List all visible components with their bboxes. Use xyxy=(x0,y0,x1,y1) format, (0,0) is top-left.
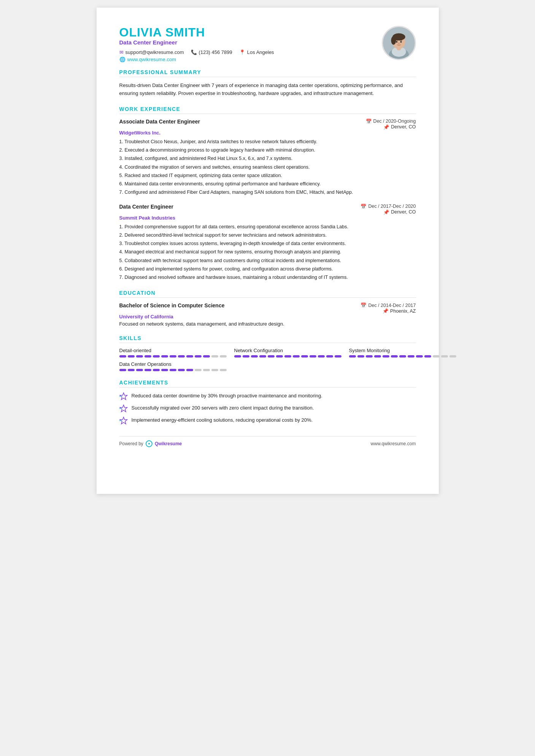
skill-dot xyxy=(170,355,176,357)
skill-dot xyxy=(433,355,440,357)
skill-dot xyxy=(136,369,143,371)
job-location-2: 📌 Denver, CO xyxy=(360,209,416,215)
job-date-1: 📅 Dec / 2020-Ongoing xyxy=(366,119,416,124)
cal-icon-2: 📅 xyxy=(360,204,367,209)
skill-dot xyxy=(178,369,185,371)
achievement-icon-3 xyxy=(119,416,128,425)
skill-dot xyxy=(251,355,258,357)
job-block-1: Associate Data Center Engineer 📅 Dec / 2… xyxy=(119,119,416,197)
skill-dot xyxy=(161,369,168,371)
job-title-2: Data Center Engineer xyxy=(119,204,173,210)
website-row: 🌐 www.qwikresume.com xyxy=(119,57,274,62)
skills-title: SKILLS xyxy=(119,335,416,343)
skill-dot xyxy=(136,355,143,357)
skill-dot xyxy=(119,355,126,357)
skill-item-1: Detail-oriented xyxy=(119,348,227,357)
header: OLIVIA SMITH Data Center Engineer ✉ supp… xyxy=(119,26,416,62)
bullet-1-7: 7. Configured and administered Fiber Car… xyxy=(119,188,416,196)
skill-dot xyxy=(220,369,227,371)
job-meta-right-2: 📅 Dec / 2017-Dec / 2020 📌 Denver, CO xyxy=(360,204,416,215)
skill-dot xyxy=(211,355,218,357)
education-title: EDUCATION xyxy=(119,290,416,298)
loc-icon-2: 📌 xyxy=(383,209,389,215)
loc-icon-edu: 📌 xyxy=(383,308,389,314)
phone-item: 📞 (123) 456 7899 xyxy=(191,49,232,55)
skill-dot xyxy=(144,355,151,357)
achievement-text-2: Successfully migrated over 200 servers w… xyxy=(132,404,314,412)
skill-dot xyxy=(259,355,266,357)
achievement-item-3: Implemented energy-efficient cooling sol… xyxy=(119,416,416,425)
summary-title: PROFESSIONAL SUMMARY xyxy=(119,69,416,77)
footer-left: Powered by Qwikresume xyxy=(119,440,182,447)
edu-block: Bachelor of Science in Computer Science … xyxy=(119,302,416,327)
skill-dot xyxy=(449,355,456,357)
bullet-2-4: 4. Managed electrical and mechanical sup… xyxy=(119,248,416,256)
skill-dot xyxy=(243,355,249,357)
summary-text: Results-driven Data Center Engineer with… xyxy=(119,82,416,98)
education-section: EDUCATION Bachelor of Science in Compute… xyxy=(119,290,416,327)
skill-dot xyxy=(119,369,126,371)
skill-dot xyxy=(195,369,202,371)
skill-dot xyxy=(326,355,333,357)
footer-right: www.qwikresume.com xyxy=(371,441,416,446)
bullet-2-7: 7. Diagnosed and resolved software and h… xyxy=(119,274,416,282)
skill-dot xyxy=(301,355,308,357)
skill-item-2: Network Configuration xyxy=(234,348,341,357)
skill-name-1: Detail-oriented xyxy=(119,348,227,353)
header-left: OLIVIA SMITH Data Center Engineer ✉ supp… xyxy=(119,26,274,62)
candidate-title: Data Center Engineer xyxy=(119,39,274,46)
edu-institution: University of California xyxy=(119,314,416,319)
skill-dot xyxy=(441,355,448,357)
work-experience-section: WORK EXPERIENCE Associate Data Center En… xyxy=(119,106,416,282)
skill-dot xyxy=(153,355,160,357)
achievement-icon-2 xyxy=(119,404,128,413)
candidate-name: OLIVIA SMITH xyxy=(119,26,274,39)
skill-dot xyxy=(128,355,135,357)
powered-by-label: Powered by xyxy=(119,441,143,446)
skill-name-2: Network Configuration xyxy=(234,348,341,353)
skill-dot xyxy=(203,355,210,357)
edu-meta-right: 📅 Dec / 2014-Dec / 2017 📌 Phoenix, AZ xyxy=(360,302,416,314)
bullet-1-6: 6. Maintained data center environments, … xyxy=(119,180,416,188)
website-value: www.qwikresume.com xyxy=(127,57,176,62)
svg-point-7 xyxy=(394,33,404,39)
bullet-2-3: 3. Troubleshot complex issues across sys… xyxy=(119,240,416,248)
skill-dot xyxy=(284,355,291,357)
achievement-text-3: Implemented energy-efficient cooling sol… xyxy=(132,416,313,424)
bullet-2-2: 2. Delivered second/third-level technica… xyxy=(119,231,416,239)
skill-dot xyxy=(234,355,241,357)
job-bullets-1: 1. Troubleshot Cisco Nexus, Juniper, and… xyxy=(119,138,416,197)
bullet-1-4: 4. Coordinated the migration of servers … xyxy=(119,163,416,171)
phone-icon: 📞 xyxy=(191,49,197,55)
skill-dot xyxy=(408,355,414,357)
qwikresume-logo-icon xyxy=(146,440,152,447)
resume-page: OLIVIA SMITH Data Center Engineer ✉ supp… xyxy=(97,8,439,494)
skill-dot xyxy=(366,355,373,357)
email-value: support@qwikresume.com xyxy=(125,49,184,55)
email-icon: ✉ xyxy=(119,49,124,55)
footer-brand: Qwikresume xyxy=(155,441,182,446)
skill-dot xyxy=(128,369,135,371)
job-meta-right-1: 📅 Dec / 2020-Ongoing 📌 Denver, CO xyxy=(366,119,416,130)
job-header-1: Associate Data Center Engineer 📅 Dec / 2… xyxy=(119,119,416,130)
cal-icon-edu: 📅 xyxy=(360,302,367,308)
skill-item-4: Data Center Operations xyxy=(119,361,227,371)
bullet-2-5: 5. Collaborated with technical support t… xyxy=(119,257,416,265)
skill-dot xyxy=(374,355,381,357)
skill-dot xyxy=(416,355,423,357)
skill-dot xyxy=(318,355,325,357)
job-location-1: 📌 Denver, CO xyxy=(366,124,416,130)
skill-bar-4 xyxy=(119,369,227,371)
bullet-1-2: 2. Executed a decommissioning process to… xyxy=(119,146,416,154)
achievement-item-1: Reduced data center downtime by 30% thro… xyxy=(119,392,416,400)
edu-degree: Bachelor of Science in Computer Science xyxy=(119,302,225,308)
skill-dot xyxy=(335,355,341,357)
skill-item-3: System Monitoring xyxy=(349,348,456,357)
location-value: Los Angeles xyxy=(247,49,274,55)
work-experience-title: WORK EXPERIENCE xyxy=(119,106,416,114)
skill-name-3: System Monitoring xyxy=(349,348,456,353)
edu-date: 📅 Dec / 2014-Dec / 2017 xyxy=(360,302,416,308)
achievement-text-1: Reduced data center downtime by 30% thro… xyxy=(132,392,322,400)
skill-dot xyxy=(211,369,218,371)
bullet-1-5: 5. Racked and stacked IT equipment, opti… xyxy=(119,172,416,180)
